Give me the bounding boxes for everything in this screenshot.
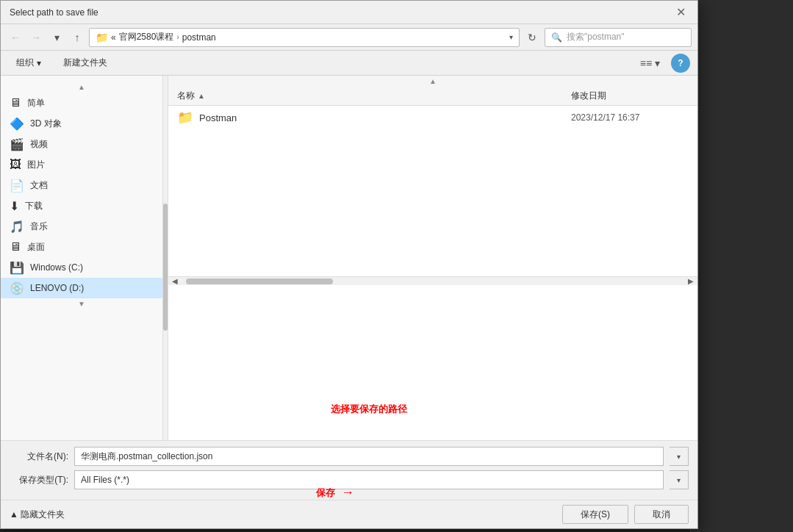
file-dialog: Select path to save file ✕ ← → ▾ ↑ 📁 « 官… <box>0 0 698 529</box>
organize-button[interactable]: 组织 ▾ <box>8 54 49 73</box>
search-placeholder-text: 搜索"postman" <box>567 31 625 43</box>
filename-row: 文件名(N): ▾ <box>10 447 689 466</box>
annotation-save-hint: 保存 <box>316 486 335 500</box>
annotation-path-hint: 选择要保存的路径 <box>331 403 407 416</box>
actions-toolbar: 组织 ▾ 新建文件夹 ≡≡ ▾ ? <box>1 51 697 76</box>
sidebar-item-label: 音乐 <box>30 220 48 233</box>
sidebar-scroll-thumb[interactable] <box>163 204 168 331</box>
sidebar-item-label: 3D 对象 <box>30 118 62 130</box>
sidebar-item-jian-dan[interactable]: 🖥 简单 <box>1 93 162 113</box>
sort-up-arrow[interactable]: ▲ <box>429 77 437 85</box>
sidebar-item-label: Windows (C:) <box>30 262 83 273</box>
sidebar-item-windows-c[interactable]: 💾 Windows (C:) <box>1 257 162 278</box>
filelist-header: 名称 ▲ 修改日期 <box>168 87 697 106</box>
pictures-icon: 🖼 <box>10 158 21 171</box>
dialog-main: ▲ 🖥 简单 🔷 3D 对象 🎬 视频 🖼 图片 <box>1 76 697 440</box>
video-icon: 🎬 <box>10 137 24 151</box>
downloads-icon: ⬇ <box>10 199 19 213</box>
h-scrollbar: ◀ ▶ <box>168 276 697 285</box>
search-icon: 🔍 <box>551 32 562 43</box>
desktop-quick-icon: 🖥 <box>10 96 21 109</box>
sidebar-item-label: 简单 <box>27 97 45 109</box>
file-row[interactable]: 📁 Postman 2023/12/17 16:37 <box>168 106 697 129</box>
filename-input[interactable] <box>74 447 664 466</box>
up-button[interactable]: ↑ <box>68 29 86 46</box>
col-name-header: 名称 ▲ <box>177 90 571 102</box>
scroll-down-area: ▼ <box>1 298 162 309</box>
organize-label: 组织 <box>16 57 34 69</box>
windows-c-icon: 💾 <box>10 261 24 275</box>
scroll-down-arrow[interactable]: ▼ <box>78 300 85 308</box>
sidebar: ▲ 🖥 简单 🔷 3D 对象 🎬 视频 🖼 图片 <box>1 76 162 440</box>
sidebar-item-music[interactable]: 🎵 音乐 <box>1 216 162 237</box>
organize-arrow-icon: ▾ <box>37 58 41 68</box>
sidebar-item-label: LENOVO (D:) <box>30 283 84 293</box>
filename-dropdown-button[interactable]: ▾ <box>670 447 689 466</box>
col-date-header: 修改日期 <box>571 90 689 102</box>
new-folder-button[interactable]: 新建文件夹 <box>55 54 115 73</box>
h-scroll-thumb[interactable] <box>186 278 333 284</box>
forward-button[interactable]: → <box>27 29 45 46</box>
back-button[interactable]: ← <box>7 29 24 46</box>
save-button[interactable]: 保存(S) <box>562 505 628 524</box>
lenovo-d-icon: 💿 <box>10 281 24 295</box>
sidebar-scrollbar <box>162 76 168 440</box>
sidebar-item-desktop[interactable]: 🖥 桌面 <box>1 237 162 257</box>
breadcrumb-prefix: « <box>111 32 116 43</box>
sidebar-item-downloads[interactable]: ⬇ 下载 <box>1 195 162 216</box>
hide-folders-button[interactable]: ▲ 隐藏文件夹 <box>10 508 65 521</box>
file-date-label: 2023/12/17 16:37 <box>571 112 689 123</box>
breadcrumb-folder-icon: 📁 <box>96 32 108 43</box>
desktop-icon: 🖥 <box>10 240 21 254</box>
breadcrumb-part1: 官网2580课程 <box>119 31 174 43</box>
postman-right-panel <box>690 0 793 532</box>
filename-label: 文件名(N): <box>10 450 68 463</box>
filelist-sort-up: ▲ <box>168 76 697 87</box>
sidebar-item-label: 视频 <box>30 138 48 151</box>
view-button[interactable]: ≡≡ ▾ <box>635 54 665 73</box>
action-buttons-group: 保存(S) 取消 <box>562 505 689 524</box>
nav-dropdown-button[interactable]: ▾ <box>48 29 65 46</box>
empty-space <box>168 129 697 276</box>
breadcrumb-bar[interactable]: 📁 « 官网2580课程 › postman ▾ <box>89 28 520 47</box>
sidebar-item-label: 桌面 <box>27 241 45 254</box>
help-button[interactable]: ? <box>671 54 690 73</box>
search-bar: 🔍 搜索"postman" <box>545 28 692 47</box>
breadcrumb-dropdown-button[interactable]: ▾ <box>509 33 513 41</box>
h-scroll-left-arrow[interactable]: ◀ <box>170 277 180 285</box>
file-list: ▲ 名称 ▲ 修改日期 📁 Postman 2023/12/17 16:37 ◀ <box>168 76 697 440</box>
sidebar-item-label: 文档 <box>30 179 48 192</box>
view-arrow-icon: ▾ <box>655 57 660 69</box>
scroll-up-area: ▲ <box>1 82 162 93</box>
breadcrumb-separator: › <box>176 33 179 41</box>
file-name-label: Postman <box>199 112 571 123</box>
dialog-titlebar: Select path to save file ✕ <box>1 1 697 24</box>
close-button[interactable]: ✕ <box>672 4 689 21</box>
hide-folders-label: ▲ 隐藏文件夹 <box>10 508 65 521</box>
filetype-label: 保存类型(T): <box>10 474 68 486</box>
music-icon: 🎵 <box>10 220 24 234</box>
cancel-button[interactable]: 取消 <box>634 505 689 524</box>
filetype-input[interactable] <box>74 470 664 489</box>
documents-icon: 📄 <box>10 179 24 193</box>
file-folder-icon: 📁 <box>177 109 193 126</box>
sidebar-item-lenovo-d[interactable]: 💿 LENOVO (D:) <box>1 278 162 298</box>
refresh-button[interactable]: ↻ <box>523 28 542 47</box>
3d-icon: 🔷 <box>10 117 24 131</box>
col-name-label: 名称 <box>177 90 195 102</box>
annotation-arrow-icon: → <box>341 485 354 500</box>
breadcrumb-part2: postman <box>182 32 216 43</box>
sidebar-item-documents[interactable]: 📄 文档 <box>1 175 162 195</box>
view-icon: ≡≡ <box>640 57 652 69</box>
sidebar-item-pictures[interactable]: 🖼 图片 <box>1 154 162 175</box>
nav-toolbar: ← → ▾ ↑ 📁 « 官网2580课程 › postman ▾ ↻ 🔍 搜索"… <box>1 24 697 51</box>
h-scroll-right-arrow[interactable]: ▶ <box>686 277 696 285</box>
annotation-save-area: 保存 → <box>316 485 354 500</box>
sidebar-item-label: 下载 <box>25 200 43 212</box>
sort-arrow-icon: ▲ <box>198 92 205 100</box>
scroll-up-arrow[interactable]: ▲ <box>78 83 85 91</box>
sidebar-item-3d[interactable]: 🔷 3D 对象 <box>1 113 162 134</box>
dialog-footer: ▲ 隐藏文件夹 保存(S) 取消 <box>1 500 697 528</box>
sidebar-item-video[interactable]: 🎬 视频 <box>1 134 162 154</box>
filetype-dropdown-button[interactable]: ▾ <box>670 470 689 489</box>
